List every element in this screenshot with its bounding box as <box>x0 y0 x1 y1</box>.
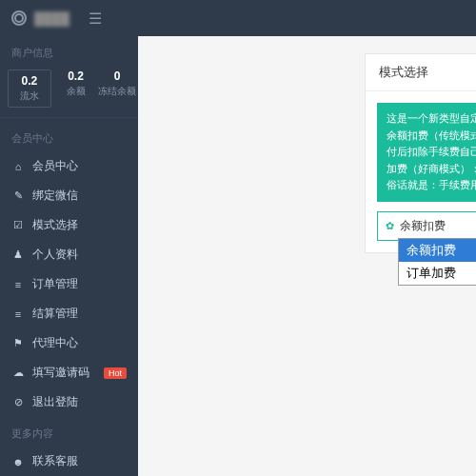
menu-label: 结算管理 <box>32 306 78 322</box>
stat-balance: 0.2余额 <box>55 69 97 108</box>
menu-icon: ☻ <box>11 456 25 467</box>
mode-select[interactable]: ✿ 余额扣费 <box>377 211 476 241</box>
sidebar-item[interactable]: ⚑代理中心 <box>0 328 138 358</box>
menu-label: 填写邀请码 <box>32 365 89 381</box>
menu-label: 订单管理 <box>32 276 78 292</box>
hot-badge: Hot <box>104 367 127 379</box>
menu-icon: ≡ <box>11 279 25 290</box>
section-more: 更多内容 <box>0 417 138 446</box>
sidebar: 商户信息 0.2流水 0.2余额 0冻结余额 会员中心 ⌂会员中心✎绑定微信☑模… <box>0 36 138 476</box>
card-title: 模式选择 <box>366 54 476 91</box>
menu-toggle-icon[interactable]: ☰ <box>89 10 102 28</box>
menu-label: 绑定微信 <box>32 188 78 204</box>
sidebar-item[interactable]: ☁填写邀请码Hot <box>0 358 138 387</box>
sidebar-item[interactable]: ☻联系客服 <box>0 446 138 476</box>
dropdown-menu: 余额扣费 订单加费 <box>398 238 476 286</box>
menu-label: 个人资料 <box>32 247 78 263</box>
mode-card: 模式选择 这是一个新类型自定义模式选择 余额扣费（传统模式）：用户支付后扣除手续… <box>365 53 476 253</box>
sidebar-item[interactable]: ♟个人资料 <box>0 240 138 269</box>
menu-icon: ⚑ <box>11 337 25 349</box>
tip-box: 这是一个新类型自定义模式选择 余额扣费（传统模式）：用户支付后扣除手续费自己出】… <box>377 103 476 202</box>
gear-icon: ✿ <box>386 220 394 232</box>
menu-label: 模式选择 <box>32 217 78 233</box>
menu-icon: ♟ <box>11 248 25 261</box>
menu-label: 会员中心 <box>32 158 78 174</box>
menu-label: 代理中心 <box>32 335 78 351</box>
select-value: 余额扣费 <box>400 218 446 234</box>
menu-icon: ≡ <box>11 308 25 320</box>
menu-icon: ☁ <box>11 367 25 379</box>
sidebar-item[interactable]: ⌂会员中心 <box>0 151 138 181</box>
dropdown-option[interactable]: 订单加费 <box>399 262 476 285</box>
menu-icon: ⌂ <box>11 161 25 172</box>
menu-label: 联系客服 <box>32 453 78 469</box>
sidebar-item[interactable]: ≡结算管理 <box>0 299 138 328</box>
sidebar-item[interactable]: ☑模式选择 <box>0 210 138 240</box>
section-member: 会员中心 <box>0 122 138 151</box>
menu-icon: ✎ <box>11 189 25 202</box>
sidebar-item[interactable]: ≡订单管理 <box>0 269 138 299</box>
sidebar-item[interactable]: ✎绑定微信 <box>0 181 138 210</box>
menu-label: 退出登陆 <box>32 394 78 410</box>
stat-frozen: 0冻结余额 <box>96 69 138 108</box>
top-bar: ████ ☰ <box>0 0 476 36</box>
section-merchant: 商户信息 <box>0 36 138 66</box>
select-row: ✿ 余额扣费 余额扣费 订单加费 <box>366 211 476 252</box>
menu-icon: ⊘ <box>11 396 25 408</box>
dropdown-option[interactable]: 余额扣费 <box>399 239 476 262</box>
stat-flow: 0.2流水 <box>8 69 51 108</box>
sidebar-item[interactable]: ⊘退出登陆 <box>0 387 138 417</box>
menu-icon: ☑ <box>11 219 25 231</box>
logo-icon <box>11 10 27 26</box>
stats-row: 0.2流水 0.2余额 0冻结余额 <box>0 66 138 118</box>
brand-text: ████ <box>34 11 69 26</box>
main-area: 模式选择 这是一个新类型自定义模式选择 余额扣费（传统模式）：用户支付后扣除手续… <box>138 36 476 476</box>
